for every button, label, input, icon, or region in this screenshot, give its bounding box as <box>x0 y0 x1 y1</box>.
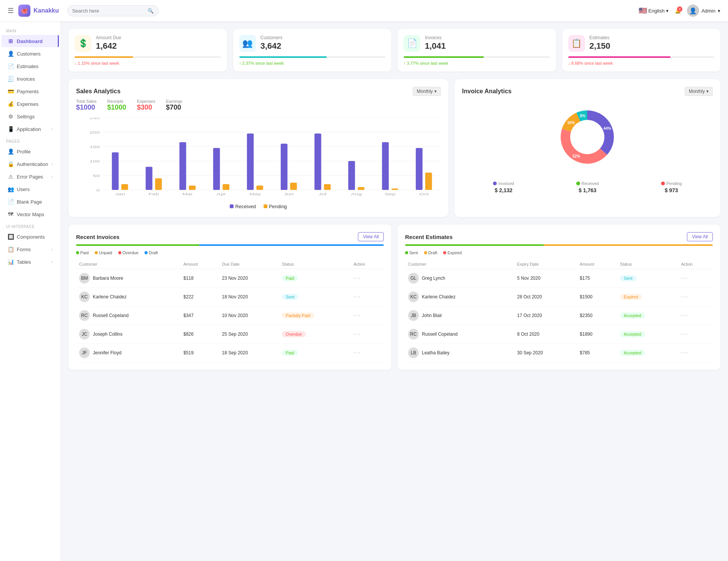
sidebar-item-label: Authentication <box>17 161 48 167</box>
sidebar-item-tables[interactable]: 📊 Tables › <box>2 256 59 268</box>
sidebar-item-blank-page[interactable]: 📄 Blank Page <box>2 196 59 208</box>
table-row: KCKarlene Chaidez 28 Oct 2020 $1500 Expi… <box>405 288 713 306</box>
sidebar-item-dashboard[interactable]: ⊞ Dashboard <box>2 35 59 47</box>
svg-rect-34 <box>358 187 364 190</box>
expenses-icon: 💰 <box>8 101 14 107</box>
action-menu[interactable]: ··· <box>681 312 688 319</box>
customer-name: John Blair <box>422 313 442 318</box>
sidebar-item-customers[interactable]: 👤 Customers <box>2 48 59 60</box>
sidebar-item-profile[interactable]: 👤 Profile <box>2 145 59 158</box>
customer-cell: KCKarlene Chaidez <box>408 292 511 302</box>
invoice-legend-overdue: Overdue <box>118 250 138 255</box>
status-badge: Accepted <box>620 331 645 337</box>
legend-dot <box>443 251 446 254</box>
sidebar-item-application[interactable]: 📱 Application › <box>2 123 59 135</box>
customer-name: Karlene Chaidez <box>422 294 456 300</box>
svg-rect-33 <box>348 161 355 190</box>
legend-dot <box>493 182 497 185</box>
avatar: KC <box>79 292 90 302</box>
sidebar-item-authentication[interactable]: 🔒 Authentication › <box>2 158 59 170</box>
action-menu[interactable]: ··· <box>354 331 361 337</box>
invoices-info: Invoices 1,041 <box>425 35 550 51</box>
status-badge: Overdue <box>282 331 305 337</box>
sidebar-item-settings[interactable]: ⚙ Settings <box>2 110 59 123</box>
sidebar-item-label: Application <box>17 126 41 132</box>
svg-rect-12 <box>112 152 119 190</box>
svg-rect-18 <box>180 142 186 190</box>
customer-name: Jennifer Floyd <box>93 350 121 355</box>
action-menu[interactable]: ··· <box>681 275 688 281</box>
notification-button[interactable]: 🔔 8 <box>675 8 681 14</box>
sidebar-item-estimates[interactable]: 📄 Estimates <box>2 60 59 72</box>
main-content: 💲 Amount Due 1,642 ↓ 1.15% since last we… <box>61 21 728 561</box>
sidebar-item-forms[interactable]: 📋 Forms › <box>2 243 59 255</box>
svg-rect-28 <box>290 183 297 190</box>
sidebar-item-error-pages[interactable]: ⚠ Error Pages › <box>2 171 59 183</box>
sidebar-item-label: Forms <box>17 247 31 252</box>
svg-rect-40 <box>425 172 432 190</box>
metric-label: Earnings <box>166 99 182 104</box>
svg-text:May: May <box>249 192 261 196</box>
sidebar-item-expenses[interactable]: 💰 Expenses <box>2 98 59 110</box>
sales-monthly-button[interactable]: Monthly ▾ <box>413 87 441 96</box>
action-menu[interactable]: ··· <box>681 349 688 356</box>
sidebar-item-label: Error Pages <box>17 174 43 180</box>
col-header: Customer <box>405 260 514 269</box>
admin-menu[interactable]: 👤 Admin ▾ <box>687 5 720 17</box>
tables-row: Recent Invoices View All PaidUnpaidOverd… <box>68 225 720 370</box>
avatar: JC <box>79 329 90 339</box>
sidebar-item-components[interactable]: 🔲 Components <box>2 231 59 243</box>
amount-due-value: 1,642 <box>96 41 221 51</box>
expiry-cell: 5 Nov 2020 <box>514 269 577 288</box>
col-header: Customer <box>76 260 180 269</box>
metric-value: $300 <box>137 104 155 112</box>
sidebar-item-vector-maps[interactable]: 🗺 Vector Maps <box>2 208 59 220</box>
col-header: Expiry Date <box>514 260 577 269</box>
sales-metric-total-sales: Total Sales $1000 <box>76 99 97 112</box>
status-badge: Sent <box>282 294 298 300</box>
invoice-chart-header: Invoice Analytics Monthly ▾ <box>462 87 713 96</box>
sales-chart-title: Sales Analytics <box>76 88 121 95</box>
hamburger-icon[interactable]: ☰ <box>8 6 14 15</box>
estimates-color-bar <box>405 244 713 246</box>
svg-text:Jun: Jun <box>284 192 294 196</box>
svg-rect-19 <box>189 186 196 190</box>
admin-avatar: 👤 <box>687 5 699 17</box>
amount-cell: $175 <box>577 269 617 288</box>
action-menu[interactable]: ··· <box>354 349 361 356</box>
action-menu[interactable]: ··· <box>681 331 688 337</box>
logo: 🐙 Kanakku <box>18 5 59 17</box>
action-menu[interactable]: ··· <box>354 312 361 319</box>
invoices-table: CustomerAmountDue DateStatusAction BMBar… <box>76 260 384 362</box>
search-input[interactable] <box>72 8 145 14</box>
action-menu[interactable]: ··· <box>681 293 688 300</box>
metric-value: $1000 <box>76 104 97 112</box>
invoice-monthly-button[interactable]: Monthly ▾ <box>685 87 713 96</box>
estimate-legend-draft: Draft <box>424 250 437 255</box>
legend-dot <box>424 251 427 254</box>
profile-icon: 👤 <box>8 148 14 155</box>
svg-text:250: 250 <box>89 118 100 120</box>
sidebar-item-label: Profile <box>17 149 31 155</box>
action-menu[interactable]: ··· <box>354 293 361 300</box>
sales-summary: Total Sales $1000Receipts $1000Expenses … <box>76 99 441 112</box>
metric-label: Receipts <box>107 99 126 104</box>
table-row: KCKarlene Chaidez $222 18 Nov 2020 Sent … <box>76 288 384 306</box>
sidebar-item-users[interactable]: 👥 Users <box>2 183 59 195</box>
table-row: JBJohn Blair 17 Oct 2020 $2350 Accepted … <box>405 306 713 325</box>
svg-rect-25 <box>256 186 263 190</box>
sidebar-item-payments[interactable]: 💳 Payments <box>2 85 59 97</box>
sales-monthly-label: Monthly <box>417 89 433 94</box>
language-selector[interactable]: 🇺🇸 English ▾ <box>639 6 669 15</box>
estimates-view-all-button[interactable]: View All <box>687 232 713 241</box>
invoice-legend-unpaid: Unpaid <box>95 250 112 255</box>
invoice-chart-title: Invoice Analytics <box>462 88 512 95</box>
sidebar-item-label: Payments <box>17 89 39 94</box>
invoices-view-all-button[interactable]: View All <box>358 232 384 241</box>
search-bar[interactable]: 🔍 <box>67 5 159 16</box>
estimates-table: CustomerExpiry DateAmountStatusAction GL… <box>405 260 713 362</box>
customer-name: Russell Copeland <box>93 313 129 318</box>
legend-dot <box>76 251 79 254</box>
sidebar-item-invoices[interactable]: 🧾 Invoices <box>2 73 59 85</box>
action-menu[interactable]: ··· <box>354 275 361 281</box>
